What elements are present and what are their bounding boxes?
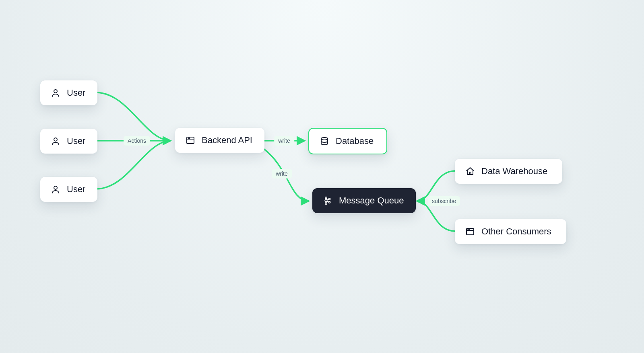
node-backend-api[interactable]: Backend API [175, 128, 264, 153]
node-database[interactable]: Database [308, 128, 387, 154]
window-icon [186, 135, 195, 145]
svg-point-7 [321, 138, 328, 140]
kafka-icon [323, 196, 332, 205]
svg-point-0 [54, 90, 57, 93]
edge-user1-backend [96, 92, 171, 141]
edge-user3-backend [96, 141, 171, 189]
node-other-consumers[interactable]: Other Consumers [455, 219, 566, 244]
node-user-2[interactable]: User [40, 129, 97, 154]
svg-point-1 [54, 138, 57, 141]
edge-label-write-db: write [274, 136, 294, 146]
edge-label-actions: Actions [124, 136, 150, 146]
diagram-canvas: Actions write write subscribe User User … [0, 0, 644, 353]
svg-rect-17 [469, 172, 471, 174]
edge-label-write-mq: write [272, 169, 292, 179]
svg-point-2 [54, 186, 57, 189]
node-label: User [67, 184, 85, 195]
node-label: Backend API [202, 135, 252, 146]
node-label: Data Warehouse [481, 166, 547, 176]
node-user-1[interactable]: User [40, 80, 97, 105]
node-label: Other Consumers [481, 226, 551, 237]
user-icon [51, 185, 60, 194]
user-icon [51, 88, 60, 98]
svg-point-21 [469, 229, 469, 230]
node-label: Database [336, 136, 374, 146]
node-label: User [67, 88, 85, 98]
home-icon [465, 166, 475, 176]
svg-line-15 [327, 199, 329, 200]
svg-point-5 [188, 138, 188, 138]
node-message-queue[interactable]: Message Queue [312, 188, 416, 213]
edge-label-subscribe: subscribe [428, 196, 460, 206]
window-icon [465, 227, 475, 236]
node-label: Message Queue [339, 195, 404, 206]
svg-point-6 [189, 138, 190, 138]
node-user-3[interactable]: User [40, 177, 97, 202]
svg-point-20 [468, 229, 468, 230]
node-label: User [67, 136, 85, 146]
user-icon [51, 136, 60, 146]
database-icon [320, 136, 329, 146]
svg-line-16 [327, 201, 329, 202]
node-data-warehouse[interactable]: Data Warehouse [455, 159, 562, 184]
